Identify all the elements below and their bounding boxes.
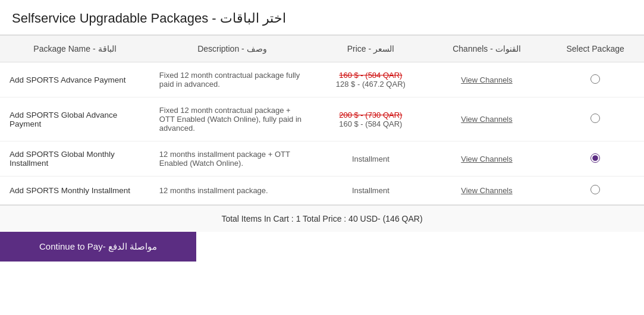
page-header: Selfservice Upgradable Packages - اختر ا… xyxy=(0,0,644,35)
pkg-select-cell[interactable] xyxy=(546,97,644,141)
pkg-price-strike: 200 $ - (730 QAR) xyxy=(324,111,417,119)
pkg-radio-input[interactable] xyxy=(590,114,600,123)
pkg-channels-cell[interactable]: View Channels xyxy=(427,141,546,177)
col-header-pkg-desc: Description - وصف xyxy=(150,36,315,62)
table-row: Add SPORTS Advance PaymentFixed 12 month… xyxy=(0,62,644,97)
page-title: Selfservice Upgradable Packages - اختر ا… xyxy=(12,11,632,26)
table-row: Add SPORTS Monthly Installment12 months … xyxy=(0,177,644,206)
pkg-price-cell: 160 $ - (584 QAR)128 $ - (467.2 QAR) xyxy=(315,62,427,97)
view-channels-link[interactable]: View Channels xyxy=(461,186,512,195)
pkg-select-cell[interactable] xyxy=(546,62,644,97)
pkg-name-cell: Add SPORTS Global Monthly Installment xyxy=(0,141,150,177)
view-channels-link[interactable]: View Channels xyxy=(461,75,512,84)
pkg-name-cell: Add SPORTS Advance Payment xyxy=(0,62,150,97)
pkg-price-main: 160 $ - (584 QAR) xyxy=(339,119,402,128)
col-header-pkg-channels: Channels - القنوات xyxy=(427,36,546,62)
pkg-select-cell[interactable] xyxy=(546,141,644,177)
table-row: Add SPORTS Global Advance PaymentFixed 1… xyxy=(0,97,644,141)
pkg-radio-input[interactable] xyxy=(590,153,600,163)
pkg-price-main: Installment xyxy=(352,155,389,163)
col-header-pkg-select: Select Package xyxy=(546,36,644,62)
pkg-channels-cell[interactable]: View Channels xyxy=(427,177,546,206)
col-header-pkg-name: Package Name - الباقة xyxy=(0,36,150,62)
pkg-radio-input[interactable] xyxy=(590,185,600,194)
packages-table: Package Name - الباقة Description - وصف … xyxy=(0,35,644,232)
pkg-desc-cell: Fixed 12 month contractual package + OTT… xyxy=(150,97,315,141)
page-wrapper: Selfservice Upgradable Packages - اختر ا… xyxy=(0,0,644,315)
pkg-radio-input[interactable] xyxy=(590,74,600,84)
pkg-price-main: 128 $ - (467.2 QAR) xyxy=(336,80,406,89)
continue-to-pay-button[interactable]: Continue to Pay- مواصلة الدفع xyxy=(0,232,196,262)
pkg-price-cell: 200 $ - (730 QAR)160 $ - (584 QAR) xyxy=(315,97,427,141)
table-footer-row: Total Items In Cart : 1 Total Price : 40… xyxy=(0,205,644,232)
view-channels-link[interactable]: View Channels xyxy=(461,115,512,124)
view-channels-link[interactable]: View Channels xyxy=(461,155,512,163)
pkg-price-cell: Installment xyxy=(315,141,427,177)
pkg-name-cell: Add SPORTS Global Advance Payment xyxy=(0,97,150,141)
pkg-desc-cell: 12 months installment package + OTT Enab… xyxy=(150,141,315,177)
pkg-channels-cell[interactable]: View Channels xyxy=(427,97,546,141)
pkg-name-cell: Add SPORTS Monthly Installment xyxy=(0,177,150,206)
pkg-desc-cell: Fixed 12 month contractual package fully… xyxy=(150,62,315,97)
col-header-pkg-price: Price - السعر xyxy=(315,36,427,62)
pkg-price-strike: 160 $ - (584 QAR) xyxy=(324,71,417,80)
pkg-desc-cell: 12 months installment package. xyxy=(150,177,315,206)
pkg-channels-cell[interactable]: View Channels xyxy=(427,62,546,97)
table-row: Add SPORTS Global Monthly Installment12 … xyxy=(0,141,644,177)
pkg-select-cell[interactable] xyxy=(546,177,644,206)
table-header-row: Package Name - الباقة Description - وصف … xyxy=(0,36,644,62)
footer-total-text: Total Items In Cart : 1 Total Price : 40… xyxy=(0,205,644,232)
pkg-price-cell: Installment xyxy=(315,177,427,206)
pkg-price-main: Installment xyxy=(352,186,389,195)
